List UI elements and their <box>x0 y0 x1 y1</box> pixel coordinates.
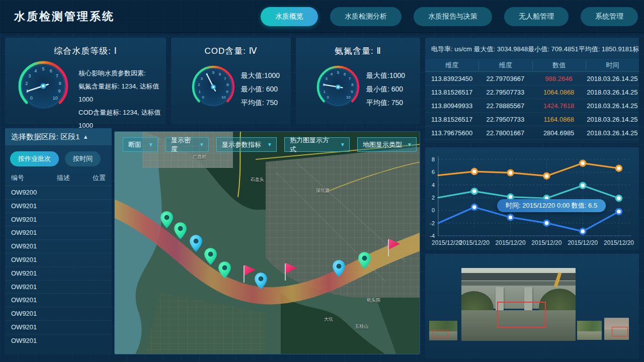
panel-site-photos <box>425 254 639 358</box>
map-pin-icon[interactable] <box>160 211 174 229</box>
svg-text:-4: -4 <box>430 233 435 239</box>
map-pin-icon[interactable] <box>218 261 231 279</box>
map-pin-icon[interactable] <box>332 259 346 278</box>
ammonia-exceed-line: 氨氮含量超标: 1234, 达标值1000 <box>78 80 166 106</box>
svg-text:3: 3 <box>28 73 31 78</box>
card-ammonia: 氨氮含量: Ⅱ 012345678910 最大值:1000 最小值: 600 平… <box>296 38 420 124</box>
list-item[interactable]: OW9201 <box>5 226 112 239</box>
collapse-arrow-icon[interactable]: ▲ <box>83 134 89 140</box>
segment-filter-button[interactable]: 按作业批次 <box>10 151 59 166</box>
segment-filter-button[interactable]: 按时间 <box>65 151 101 166</box>
svg-text:4: 4 <box>331 72 333 76</box>
map-panel[interactable]: 断面▼显示密度▼显示参数指标▼热力图显示方式▼地图显示类型▼ 广昌村石盘头深坑溏… <box>114 131 420 354</box>
map-pin-icon[interactable] <box>358 251 371 269</box>
svg-text:2: 2 <box>25 81 28 86</box>
list-item[interactable]: OW9201 <box>5 320 112 334</box>
nav-item[interactable]: 无人船管理 <box>504 7 569 26</box>
list-item[interactable]: OW9201 <box>5 307 112 320</box>
table-row: 113.7967560022.780016672804.69852018.03.… <box>425 126 639 140</box>
list-item[interactable]: OW9201 <box>5 239 112 253</box>
svg-text:7: 7 <box>349 76 351 81</box>
photo-thumbnail-3[interactable] <box>604 318 629 340</box>
map-pin-icon[interactable] <box>189 234 203 252</box>
card-overall-quality-title: 综合水质等级: Ⅰ <box>5 38 166 57</box>
svg-text:8: 8 <box>226 82 229 87</box>
table-cell-time: 2018.03.26.14.25 <box>586 102 639 110</box>
ammonia-min: 最小值: 600 <box>366 82 405 96</box>
ammonia-gauge: 012345678910 <box>314 63 362 111</box>
svg-text:10: 10 <box>53 96 58 101</box>
table-row: 113.8152651722.795077331064.08682018.03.… <box>425 85 639 99</box>
card-cod-title: COD含量: Ⅳ <box>171 38 291 57</box>
cod-avg: 平均值: 750 <box>241 96 280 110</box>
table-cell-lat: 22.79703667 <box>478 75 532 82</box>
app-title: 水质检测管理系统 <box>14 9 115 24</box>
segment-selector[interactable]: 选择数据区段: 区段1 ▲ <box>5 128 112 145</box>
nav-item[interactable]: 水质概览 <box>261 7 318 26</box>
table-row: 113.8152651722.795077331164.08682018.03.… <box>425 113 639 126</box>
photo-thumbnail-2[interactable] <box>577 321 602 340</box>
map-flag-icon[interactable] <box>386 236 401 257</box>
svg-text:9: 9 <box>58 88 60 94</box>
svg-text:6: 6 <box>219 72 221 76</box>
svg-text:0: 0 <box>30 96 33 101</box>
map-pin-icon[interactable] <box>204 247 217 265</box>
main-site-photo[interactable] <box>461 268 576 341</box>
svg-text:2: 2 <box>198 82 200 87</box>
ammonia-stats: 最大值:1000 最小值: 600 平均值: 750 <box>366 69 405 110</box>
svg-text:1: 1 <box>198 89 200 94</box>
photo-thumbnail-1[interactable] <box>429 321 457 340</box>
list-item[interactable]: OW9201 <box>5 199 112 213</box>
list-item[interactable]: OW9201 <box>5 293 112 307</box>
table-cell-lon: 113.81526517 <box>425 116 478 123</box>
map-flag-icon[interactable] <box>242 262 257 284</box>
nav-item[interactable]: 系统管理 <box>581 7 638 26</box>
chevron-down-icon: ▼ <box>267 142 272 147</box>
map-dropdown-label: 显示参数指标 <box>222 140 261 149</box>
map-flag-icon[interactable] <box>283 260 298 282</box>
nav-item[interactable]: 水质检测分析 <box>330 7 401 26</box>
overall-quality-gauge: 012345678910 <box>15 58 71 114</box>
svg-text:5: 5 <box>337 70 340 75</box>
map-dropdown-label: 显示密度 <box>171 136 194 154</box>
table-cell-lat: 22.78001667 <box>478 129 532 137</box>
map-dropdown[interactable]: 地图显示类型▼ <box>357 137 417 152</box>
svg-text:4: 4 <box>432 182 435 188</box>
svg-text:8: 8 <box>59 81 61 86</box>
table-cell-lon: 113.81526517 <box>425 88 478 96</box>
map-dropdown[interactable]: 断面▼ <box>123 137 158 152</box>
svg-text:5: 5 <box>212 70 215 75</box>
svg-text:7: 7 <box>224 76 226 81</box>
cod-gauge: 012345678910 <box>189 63 237 111</box>
svg-text:10: 10 <box>221 95 226 100</box>
panel-conductivity: 电导率: us/cm 最大值: 3034.9848最小值: 709.4851平均… <box>425 38 639 143</box>
list-item[interactable]: OW9201 <box>5 266 112 280</box>
list-item[interactable]: OW9201 <box>5 253 112 266</box>
map-overlay: 广昌村石盘头深坑溏乾头围大坑五桂山 <box>115 132 420 354</box>
list-item[interactable]: OW9201 <box>5 213 112 226</box>
map-dropdown[interactable]: 显示参数指标▼ <box>216 137 277 152</box>
map-dropdown-label: 断面 <box>128 140 141 149</box>
quality-factors-text: 核心影响水质参数因素: 氨氮含量超标: 1234, 达标值1000 COD含量超… <box>78 67 166 132</box>
map-dropdown[interactable]: 显示密度▼ <box>166 137 209 152</box>
conductivity-summary: 电导率: us/cm 最大值: 3034.9848最小值: 709.4851平均… <box>425 38 639 59</box>
panel-trend-chart: 86420-2-42015/12/202015/12/202015/12/202… <box>425 147 639 250</box>
map-place-label: 广昌村 <box>193 154 206 160</box>
table-cell-lon: 113.79675600 <box>425 129 478 137</box>
card-overall-quality: 综合水质等级: Ⅰ 012345678910 核心影响水质参数因素: 氨氮含量超… <box>5 38 166 124</box>
svg-text:8: 8 <box>351 82 354 87</box>
svg-text:3: 3 <box>201 76 203 81</box>
list-item[interactable]: OW9200 <box>5 186 112 199</box>
list-item[interactable]: OW9201 <box>5 280 112 294</box>
table-cell-lat: 22.78885567 <box>478 102 532 110</box>
svg-text:2015/12/20: 2015/12/20 <box>568 239 598 246</box>
list-item[interactable]: OW9201 <box>5 334 112 347</box>
map-pin-icon[interactable] <box>174 222 187 240</box>
map-dropdown[interactable]: 热力图显示方式▼ <box>284 137 350 152</box>
svg-text:5: 5 <box>42 66 44 71</box>
column-header: 维度 <box>478 61 532 70</box>
trend-line-chart[interactable]: 86420-2-42015/12/202015/12/202015/12/202… <box>425 147 639 250</box>
panel-segments: 选择数据区段: 区段1 ▲ 按作业批次按时间 编号 描述 位置 OW9200OW… <box>5 128 112 354</box>
segment-list-headers: 编号 描述 位置 <box>5 168 112 186</box>
nav-item[interactable]: 水质报告与决策 <box>414 7 492 26</box>
